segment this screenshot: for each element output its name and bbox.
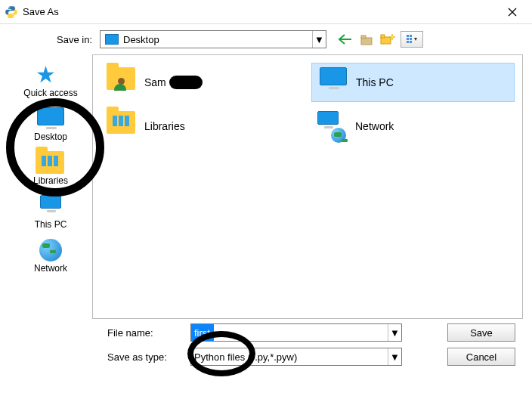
svg-rect-5 [381, 35, 385, 38]
desktop-icon [105, 34, 119, 45]
libraries-icon [107, 111, 135, 134]
svg-rect-3 [361, 36, 366, 39]
item-label: Libraries [144, 120, 185, 132]
item-label: Sam [144, 76, 166, 88]
python-icon [5, 5, 18, 19]
sidebar-item-label: Libraries [33, 175, 68, 186]
save-button[interactable]: Save [447, 323, 515, 342]
file-name-input[interactable] [191, 324, 388, 341]
chevron-down-icon[interactable]: ▼ [388, 324, 401, 341]
sidebar-item-network[interactable]: Network [9, 234, 92, 278]
svg-rect-6 [407, 35, 409, 37]
pc-icon [40, 195, 61, 209]
sidebar-item-libraries[interactable]: Libraries [9, 147, 92, 190]
svg-rect-8 [407, 38, 409, 40]
sidebar-item-desktop[interactable]: Desktop [9, 103, 92, 147]
file-name-input-wrap: ▼ [190, 323, 402, 342]
cancel-button[interactable]: Cancel [447, 348, 515, 366]
file-name-label: File name: [9, 327, 190, 339]
svg-rect-9 [410, 38, 412, 40]
svg-point-1 [13, 15, 14, 16]
close-button[interactable] [497, 2, 527, 23]
back-button[interactable] [337, 31, 354, 48]
save-type-value [191, 348, 388, 365]
network-icon [331, 128, 346, 143]
view-menu-button[interactable] [401, 31, 423, 48]
up-button[interactable] [358, 31, 375, 48]
pc-icon [320, 67, 347, 85]
save-type-label: Save as type: [9, 351, 190, 363]
file-list[interactable]: Sam This PC Libraries Network [92, 54, 523, 319]
user-folder-icon [107, 67, 135, 90]
folder-item-libraries[interactable]: Libraries [101, 107, 304, 146]
item-label: Network [355, 120, 394, 132]
svg-rect-7 [410, 35, 412, 37]
redacted-text [169, 76, 203, 89]
save-in-value: Desktop [123, 34, 312, 45]
folder-item-network[interactable]: Network [311, 107, 515, 146]
folder-item-user[interactable]: Sam [101, 63, 304, 102]
chevron-down-icon: ▼ [388, 348, 401, 365]
libraries-icon [36, 151, 64, 174]
sidebar-item-label: Desktop [34, 132, 67, 142]
network-monitor-icon [317, 111, 339, 125]
svg-rect-10 [407, 41, 409, 43]
title-bar: Save As [0, 0, 532, 24]
window-title: Save As [23, 6, 59, 17]
places-sidebar: ★ Quick access Desktop Libraries This PC… [9, 54, 92, 319]
item-label: This PC [356, 76, 394, 88]
folder-item-this-pc[interactable]: This PC [311, 63, 515, 102]
chevron-down-icon: ▼ [312, 31, 326, 48]
svg-point-0 [8, 7, 9, 8]
save-in-dropdown[interactable]: Desktop ▼ [100, 30, 326, 48]
sidebar-item-quick-access[interactable]: ★ Quick access [9, 59, 92, 103]
new-folder-button[interactable] [379, 31, 396, 48]
save-type-dropdown[interactable]: ▼ [190, 348, 402, 366]
sidebar-item-label: Network [34, 263, 67, 274]
save-in-label: Save in: [9, 34, 100, 45]
desktop-icon [37, 107, 64, 125]
star-icon: ★ [36, 63, 66, 86]
network-icon [39, 239, 62, 261]
sidebar-item-this-pc[interactable]: This PC [9, 190, 92, 234]
svg-rect-11 [410, 41, 412, 43]
sidebar-item-label: This PC [35, 219, 67, 230]
sidebar-item-label: Quick access [23, 88, 77, 98]
